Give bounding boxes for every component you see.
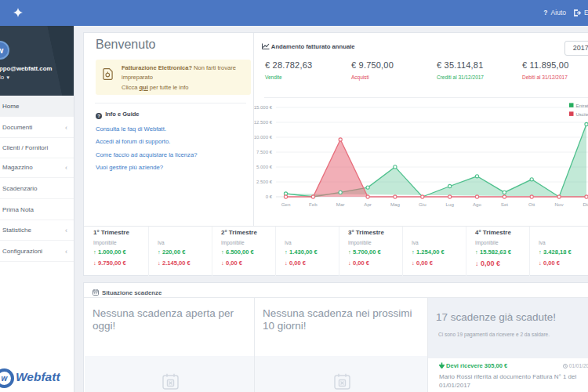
svg-text:Feb: Feb: [309, 201, 318, 207]
svg-text:0 €: 0 €: [266, 194, 273, 199]
svg-text:Nov: Nov: [555, 201, 564, 207]
svg-text:Set: Set: [501, 201, 509, 207]
svg-text:10.000 €: 10.000 €: [254, 135, 273, 140]
svg-text:Entrate: Entrate: [576, 103, 588, 108]
svg-text:7.500 €: 7.500 €: [256, 150, 273, 154]
svg-text:Ago: Ago: [473, 201, 482, 207]
svg-text:Dic: Dic: [583, 201, 588, 207]
svg-text:2.500 €: 2.500 €: [256, 180, 273, 184]
svg-text:Mar: Mar: [336, 201, 345, 207]
svg-text:Mag: Mag: [390, 201, 401, 207]
svg-text:Gen: Gen: [281, 201, 291, 207]
svg-text:Apr: Apr: [364, 201, 372, 207]
svg-text:Uscite: Uscite: [576, 112, 588, 117]
svg-text:5.000 €: 5.000 €: [256, 165, 273, 169]
svg-text:12.500 €: 12.500 €: [254, 120, 273, 125]
svg-text:Ott: Ott: [528, 201, 535, 207]
svg-text:Lug: Lug: [446, 201, 455, 207]
svg-text:Giu: Giu: [419, 201, 426, 207]
svg-text:15.000 €: 15.000 €: [254, 105, 273, 110]
